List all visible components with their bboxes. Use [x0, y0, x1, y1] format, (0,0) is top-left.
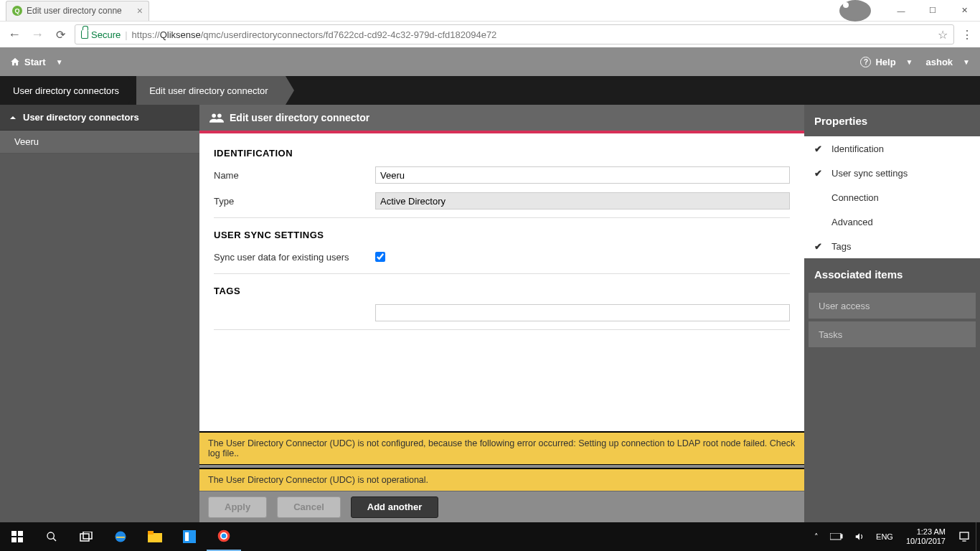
svg-rect-9: [83, 532, 92, 539]
properties-list: ✔Identification ✔User sync settings ✔Con…: [804, 136, 980, 258]
left-panel: User directory connectors Veeru: [0, 105, 199, 522]
svg-point-0: [212, 113, 216, 118]
chrome-menu-icon[interactable]: ⋮: [960, 28, 974, 42]
tab-title: Edit user directory conne: [27, 6, 122, 16]
help-icon: ?: [860, 57, 871, 67]
language-indicator[interactable]: ENG: [870, 522, 899, 551]
breadcrumb-level-2: Edit user directory connector: [136, 76, 285, 105]
right-panel: Properties ✔Identification ✔User sync se…: [804, 105, 980, 522]
center-title: Edit user directory connector: [230, 112, 369, 123]
browser-tab-strip: Q Edit user directory conne × ― ☐ ✕: [0, 0, 980, 22]
back-button[interactable]: ←: [6, 26, 23, 43]
window-minimize-button[interactable]: ―: [885, 0, 917, 22]
type-label: Type: [214, 196, 375, 207]
property-item-advanced[interactable]: ✔Advanced: [804, 209, 980, 234]
app-icon[interactable]: [172, 522, 207, 551]
browser-tab[interactable]: Q Edit user directory conne ×: [6, 1, 149, 21]
explorer-icon[interactable]: [138, 522, 172, 551]
tab-close-icon[interactable]: ×: [137, 5, 143, 17]
svg-rect-18: [830, 533, 841, 540]
svg-rect-13: [183, 530, 196, 543]
breadcrumb-level-1[interactable]: User directory connectors: [0, 76, 136, 105]
windows-taskbar: ˄ ENG 1:23 AM 10/10/2017: [0, 522, 980, 551]
address-bar[interactable]: Secure | https://Qliksense/qmc/userdirec…: [75, 24, 954, 44]
button-row: Apply Cancel Add another: [199, 491, 804, 522]
help-label: Help: [875, 57, 895, 67]
property-label: User sync settings: [831, 168, 908, 179]
qlik-favicon: Q: [12, 6, 22, 16]
svg-rect-20: [960, 532, 969, 539]
chrome-icon[interactable]: [207, 522, 241, 551]
clock[interactable]: 1:23 AM 10/10/2017: [899, 527, 953, 546]
tags-input[interactable]: [375, 304, 790, 321]
start-menu-button[interactable]: Start ▼: [10, 57, 63, 67]
user-menu-button[interactable]: ashok ▼: [926, 57, 970, 67]
sync-checkbox[interactable]: [375, 252, 385, 262]
task-view-icon[interactable]: [69, 522, 103, 551]
check-icon: ✔: [814, 241, 824, 252]
svg-rect-5: [18, 537, 23, 542]
window-close-button[interactable]: ✕: [948, 0, 980, 22]
svg-rect-8: [80, 534, 89, 541]
associated-item-tasks[interactable]: Tasks: [809, 321, 976, 347]
property-label: Connection: [831, 192, 879, 203]
svg-rect-12: [148, 531, 154, 534]
svg-rect-2: [11, 531, 17, 536]
help-button[interactable]: ? Help ▼: [860, 57, 913, 67]
alert-message: The User Directory Connector (UDC) is no…: [199, 433, 804, 464]
chevron-down-icon: ▼: [906, 58, 913, 66]
show-desktop-button[interactable]: [976, 522, 980, 551]
url-text: https://Qliksense/qmc/userdirectoryconne…: [132, 29, 497, 40]
property-item-user-sync[interactable]: ✔User sync settings: [804, 161, 980, 185]
property-label: Identification: [831, 143, 884, 154]
svg-rect-4: [11, 537, 17, 542]
property-item-connection[interactable]: ✔Connection: [804, 185, 980, 209]
clock-time: 1:23 AM: [906, 527, 946, 537]
properties-heading: Properties: [804, 105, 980, 136]
users-icon: [209, 113, 224, 123]
volume-icon[interactable]: [849, 522, 870, 551]
add-another-button[interactable]: Add another: [351, 496, 439, 518]
check-icon: ✔: [814, 168, 824, 179]
breadcrumb: User directory connectors Edit user dire…: [0, 76, 980, 105]
left-panel-header[interactable]: User directory connectors: [0, 105, 199, 131]
start-label: Start: [24, 57, 46, 67]
secure-label: Secure: [91, 29, 121, 40]
svg-point-1: [217, 113, 222, 118]
cancel-button: Cancel: [277, 496, 341, 518]
tray-up-icon[interactable]: ˄: [809, 522, 824, 551]
battery-icon[interactable]: [824, 522, 849, 551]
clock-date: 10/10/2017: [906, 537, 946, 546]
reload-button[interactable]: ⟳: [52, 26, 69, 43]
alert-message: The User Directory Connector (UDC) is no…: [199, 468, 804, 491]
associated-heading: Associated items: [804, 258, 980, 290]
svg-point-6: [47, 532, 54, 539]
section-identification: IDENTIFICATION: [214, 148, 790, 159]
svg-rect-3: [18, 531, 23, 536]
notifications-icon[interactable]: [953, 522, 976, 551]
section-sync: USER SYNC SETTINGS: [214, 230, 790, 240]
svg-line-7: [53, 538, 56, 541]
chrome-account-icon[interactable]: [839, 0, 871, 22]
center-panel-header: Edit user directory connector: [199, 105, 804, 131]
browser-toolbar: ← → ⟳ Secure | https://Qliksense/qmc/use…: [0, 22, 980, 47]
window-maximize-button[interactable]: ☐: [917, 0, 948, 22]
section-tags: TAGS: [214, 286, 790, 296]
chevron-down-icon: ▼: [56, 58, 63, 66]
connector-list-item[interactable]: Veeru: [0, 131, 199, 154]
bookmark-star-icon[interactable]: ☆: [938, 28, 948, 42]
lock-icon: [81, 30, 88, 39]
search-icon[interactable]: [34, 522, 69, 551]
chevron-up-icon: [9, 113, 17, 122]
app-top-bar: Start ▼ ? Help ▼ ashok ▼: [0, 47, 980, 76]
svg-rect-19: [841, 534, 842, 538]
name-input[interactable]: [375, 166, 790, 184]
property-item-tags[interactable]: ✔Tags: [804, 234, 980, 258]
ie-icon[interactable]: [103, 522, 138, 551]
user-label: ashok: [926, 57, 953, 67]
alerts: The User Directory Connector (UDC) is no…: [199, 431, 804, 491]
start-button[interactable]: [0, 522, 34, 551]
property-item-identification[interactable]: ✔Identification: [804, 136, 980, 161]
type-input: [375, 192, 790, 209]
associated-item-user-access[interactable]: User access: [809, 293, 976, 319]
